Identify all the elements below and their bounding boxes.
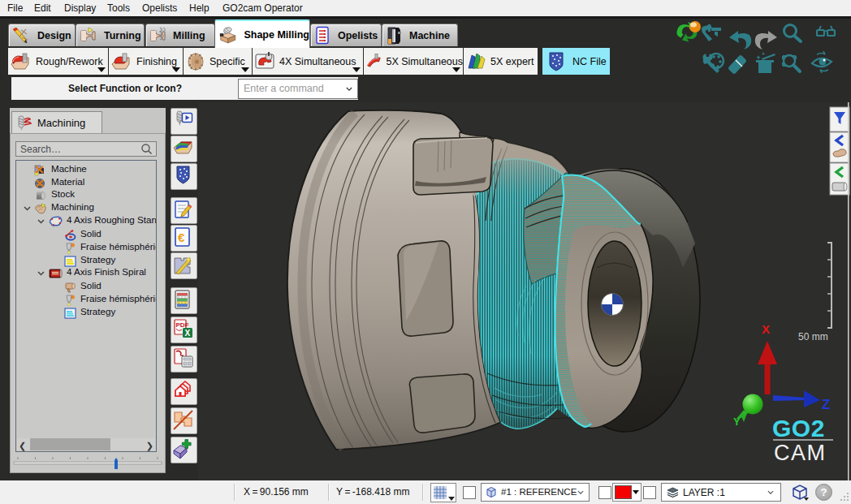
svg-text:GO2: GO2	[772, 415, 825, 442]
svg-text:PDF: PDF	[176, 321, 189, 329]
svg-text:50 mm: 50 mm	[798, 331, 828, 342]
svg-text:X: X	[762, 322, 770, 336]
svg-text:CAM: CAM	[774, 441, 827, 465]
svg-text:Y: Y	[733, 416, 741, 428]
svg-text:€: €	[178, 230, 185, 244]
svg-text:X: X	[185, 329, 191, 338]
svg-text:Z: Z	[822, 397, 830, 412]
